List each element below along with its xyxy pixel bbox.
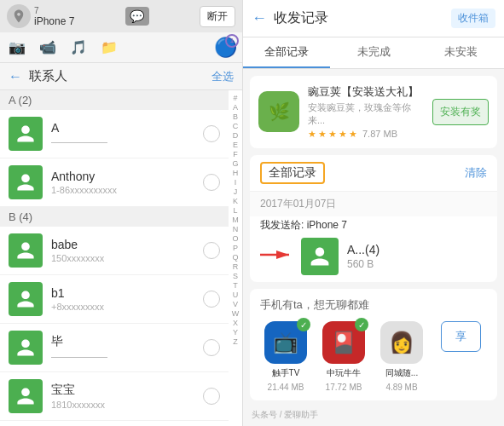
alpha-v[interactable]: V bbox=[233, 300, 238, 308]
right-panel: ← 收发记录 收件箱 全部记录 未完成 未安装 🌿 豌豆荚【安装送大礼】 安装豌… bbox=[243, 0, 504, 426]
contact-checkbox[interactable] bbox=[203, 291, 220, 308]
contact-avatar bbox=[9, 165, 43, 199]
alpha-p[interactable]: P bbox=[233, 244, 238, 252]
alpha-t[interactable]: T bbox=[233, 281, 238, 290]
cards-icon: 🎴 bbox=[331, 331, 356, 354]
contacts-list: A (2) A —————— Anthony 1-86xxxxxxxxxx bbox=[0, 90, 242, 426]
contact-item[interactable]: babe 150xxxxxxxx bbox=[0, 227, 229, 275]
music-icon-btn[interactable]: 🎵 bbox=[67, 36, 90, 60]
contact-checkbox[interactable] bbox=[203, 388, 220, 405]
contact-phone: 150xxxxxxxx bbox=[51, 253, 203, 263]
app-thumb-chuanshou[interactable]: 📺 ✓ 触手TV 21.44 MB bbox=[260, 321, 311, 392]
device-info: 7 iPhone 7 bbox=[7, 4, 74, 28]
contact-item[interactable]: b1 +8xxxxxxxxx bbox=[0, 275, 229, 324]
alpha-z[interactable]: Z bbox=[233, 337, 238, 346]
alpha-s[interactable]: S bbox=[233, 272, 238, 280]
alpha-h[interactable]: H bbox=[233, 169, 239, 177]
alpha-m[interactable]: M bbox=[232, 216, 239, 224]
person-icon: 👩 bbox=[389, 331, 414, 354]
alpha-w[interactable]: W bbox=[232, 309, 240, 318]
contacts-header: ← 联系人 全选 bbox=[0, 63, 242, 90]
tv-icon: 📺 bbox=[273, 331, 298, 354]
tab-not-installed[interactable]: 未安装 bbox=[417, 37, 504, 68]
contact-checkbox[interactable] bbox=[203, 242, 220, 259]
alpha-d[interactable]: D bbox=[233, 131, 239, 140]
video-icon-btn[interactable]: 📹 bbox=[36, 36, 60, 60]
tab-incomplete[interactable]: 未完成 bbox=[330, 37, 417, 68]
contact-item[interactable]: Anthony 1-86xxxxxxxxxx bbox=[0, 158, 229, 207]
app-name-tv: 触手TV bbox=[272, 367, 300, 379]
app-thumb-icon-tv: 📺 ✓ bbox=[264, 321, 307, 364]
alpha-l[interactable]: L bbox=[233, 206, 237, 215]
alpha-n[interactable]: N bbox=[233, 225, 239, 233]
app-size-tv: 21.44 MB bbox=[268, 383, 304, 392]
alpha-x[interactable]: X bbox=[233, 319, 238, 327]
alpha-o[interactable]: O bbox=[232, 234, 238, 243]
record-date: 2017年01月07日 bbox=[250, 192, 497, 216]
contact-avatar bbox=[9, 379, 43, 413]
alpha-q[interactable]: Q bbox=[232, 253, 238, 262]
alpha-c[interactable]: C bbox=[233, 122, 239, 130]
contact-name: babe bbox=[51, 238, 203, 251]
contact-info: 毕 —————— bbox=[51, 334, 203, 361]
alpha-hash[interactable]: # bbox=[233, 94, 237, 102]
alpha-k[interactable]: K bbox=[233, 197, 238, 205]
contact-info: b1 +8xxxxxxxxx bbox=[51, 286, 203, 312]
contact-checkbox[interactable] bbox=[203, 174, 220, 191]
app-thumb-icon-cards: 🎴 ✓ bbox=[322, 321, 365, 364]
bottom-bar: 头条号 / 爱聊助手 bbox=[243, 404, 504, 426]
disconnect-button[interactable]: 断开 bbox=[200, 6, 235, 27]
section-header-b: B (4) bbox=[0, 207, 229, 227]
app-card: 🌿 豌豆荚【安装送大礼】 安装豌豆荚，玫瑰金等你来... ★ ★ ★ ★ ★ 7… bbox=[250, 76, 497, 148]
app-size-person: 4.89 MB bbox=[385, 383, 417, 392]
back-arrow-icon[interactable]: ← bbox=[9, 69, 22, 84]
alpha-j[interactable]: J bbox=[234, 187, 238, 196]
alpha-i[interactable]: I bbox=[235, 178, 237, 187]
red-arrow-icon bbox=[260, 246, 294, 263]
inbox-button[interactable]: 收件箱 bbox=[451, 9, 495, 28]
contact-item[interactable]: A —————— bbox=[0, 110, 229, 158]
alpha-r[interactable]: R bbox=[233, 262, 239, 271]
contact-item[interactable]: 宝宝 1810xxxxxxx bbox=[0, 372, 229, 421]
section-header-a: A (2) bbox=[0, 90, 229, 110]
select-all-button[interactable]: 全选 bbox=[211, 69, 234, 84]
app-desc: 安装豌豆荚，玫瑰金等你来... bbox=[308, 101, 424, 127]
right-back-icon[interactable]: ← bbox=[252, 9, 267, 27]
star-4: ★ bbox=[339, 129, 347, 140]
install-button[interactable]: 安装有奖 bbox=[432, 99, 489, 125]
left-panel: 7 iPhone 7 💬 断开 📷 📹 🎵 📁 🔵 1 ← 联系人 全选 A (… bbox=[0, 0, 243, 426]
photo-icon-btn[interactable]: 📷 bbox=[5, 36, 29, 60]
badge-number: 1 bbox=[225, 34, 239, 48]
alpha-b[interactable]: B bbox=[233, 112, 238, 121]
app-thumb-zhongwan[interactable]: 🎴 ✓ 中玩牛牛 17.72 MB bbox=[318, 321, 369, 392]
record-section: 全部记录 清除 2017年01月07日 我发送给: iPhone 7 bbox=[250, 155, 497, 282]
contact-phone: 1810xxxxxxx bbox=[51, 400, 203, 410]
contact-info: 宝宝 1810xxxxxxx bbox=[51, 383, 203, 410]
folder-icon-btn[interactable]: 📁 bbox=[97, 36, 121, 60]
alpha-u[interactable]: U bbox=[233, 291, 239, 299]
phone-find-title: 手机有ta，想无聊都难 bbox=[260, 297, 487, 313]
alpha-e[interactable]: E bbox=[233, 141, 238, 149]
share-button[interactable]: 享 bbox=[441, 321, 481, 352]
contact-checkbox[interactable] bbox=[203, 339, 220, 356]
app-name: 豌豆荚【安装送大礼】 bbox=[308, 84, 424, 100]
record-item[interactable]: A...(4) 560 B bbox=[301, 238, 487, 275]
alpha-g[interactable]: G bbox=[232, 159, 238, 168]
badge-button[interactable]: 🔵 1 bbox=[213, 36, 237, 60]
right-title: 收发记录 bbox=[274, 9, 451, 27]
contact-info: Anthony 1-86xxxxxxxxxx bbox=[51, 170, 203, 195]
alpha-y[interactable]: Y bbox=[233, 328, 238, 337]
tab-all-records[interactable]: 全部记录 bbox=[243, 37, 330, 68]
right-tabs: 全部记录 未完成 未安装 bbox=[243, 37, 504, 69]
app-thumb-tongcheng[interactable]: 👩 同城随... 4.89 MB bbox=[376, 321, 427, 392]
contact-avatar bbox=[9, 282, 43, 316]
contact-name: A bbox=[51, 121, 203, 135]
phone-find-section: 手机有ta，想无聊都难 📺 ✓ 触手TV 21.44 MB 🎴 ✓ 中玩牛牛 1… bbox=[250, 289, 497, 400]
clear-button[interactable]: 清除 bbox=[465, 165, 487, 181]
contact-item[interactable]: 毕 —————— bbox=[0, 324, 229, 372]
alpha-f[interactable]: F bbox=[233, 150, 238, 158]
contact-checkbox[interactable] bbox=[203, 125, 220, 142]
app-row: 📺 ✓ 触手TV 21.44 MB 🎴 ✓ 中玩牛牛 17.72 MB 👩 同城… bbox=[260, 321, 487, 392]
watermark-text: 头条号 / 爱聊助手 bbox=[252, 409, 318, 421]
alpha-a[interactable]: A bbox=[233, 103, 238, 112]
